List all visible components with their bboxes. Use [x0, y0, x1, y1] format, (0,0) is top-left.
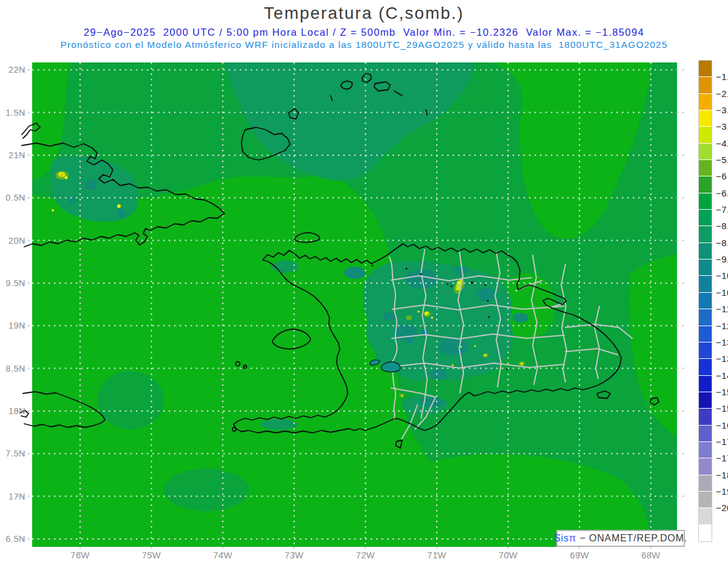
colorbar-tick-label: −6 — [716, 171, 727, 181]
colorbar-segment — [699, 259, 712, 275]
lat-tick-label: 8.5N — [0, 364, 25, 373]
colorbar-segment — [699, 309, 712, 325]
colorbar-segment — [699, 110, 712, 126]
colorbar-segment — [699, 326, 712, 342]
colorbar — [698, 60, 712, 542]
colorbar-tick-label: −15.1 — [716, 386, 728, 396]
lat-tick-label: 22N — [0, 65, 25, 75]
colorbar-segment — [699, 475, 712, 491]
colorbar-tick-label: −6.7 — [716, 187, 728, 198]
colorbar-tick-label: −13.7 — [716, 353, 728, 364]
colorbar-tick-label: −20 — [716, 503, 728, 513]
lat-tick-label: 9.5N — [0, 278, 25, 288]
colorbar-tick-label: −4.6 — [716, 138, 728, 148]
brand-org-label: ONAMET/REP.DOM. — [589, 533, 687, 544]
colorbar-segment — [699, 193, 712, 209]
colorbar-tick-label: −17.2 — [716, 436, 728, 446]
colorbar-segment — [699, 376, 712, 392]
lat-tick-label: 6.5N — [0, 534, 25, 544]
lat-tick-label: 21N — [0, 150, 25, 160]
lon-tick-label: 68W — [633, 550, 669, 560]
temperature-shading — [32, 62, 677, 547]
pi-icon: π — [569, 532, 577, 544]
lat-tick-label: 1.5N — [0, 108, 25, 118]
colorbar-tick-label: −14.4 — [716, 370, 728, 380]
colorbar-segment — [699, 94, 712, 110]
lat-tick-label: 17N — [0, 492, 25, 501]
colorbar-tick-label: −3.2 — [716, 105, 728, 115]
colorbar-tick-label: −19.3 — [716, 486, 728, 496]
colorbar-tick-label: −18.6 — [716, 469, 728, 480]
lon-tick-label: 72W — [347, 550, 383, 560]
lon-tick-label: 73W — [276, 550, 312, 560]
colorbar-tick-label: −10.9 — [716, 287, 728, 297]
colorbar-tick-label: −16.5 — [716, 420, 728, 430]
colorbar-segment — [699, 144, 712, 159]
colorbar-segment — [699, 127, 712, 142]
colorbar-segment — [699, 210, 712, 226]
colorbar-tick-label: −11.6 — [716, 304, 728, 314]
lon-tick-label: 76W — [62, 550, 98, 560]
colorbar-tick-label: −10.2 — [716, 270, 728, 281]
colorbar-tick-label: −15.8 — [716, 403, 728, 413]
lon-tick-label: 70W — [490, 550, 527, 560]
colorbar-segment — [699, 176, 712, 192]
colorbar-tick-label: −8.1 — [716, 221, 728, 231]
brand-separator: − — [576, 533, 589, 544]
colorbar-tick-label: −1.8 — [716, 72, 728, 82]
colorbar-tick-label: −12.3 — [716, 320, 728, 330]
colorbar-segment — [699, 442, 712, 458]
lon-tick-label: 69W — [561, 550, 598, 560]
lon-tick-label: 75W — [133, 550, 170, 560]
colorbar-tick-label: −5.3 — [716, 155, 728, 165]
colorbar-segment — [699, 61, 712, 76]
lat-tick-label: 7.5N — [0, 449, 25, 458]
weather-map-figure: Temperatura (C,somb.) 29−Ago−2025 2000 U… — [0, 0, 728, 562]
colorbar-segment — [699, 409, 712, 424]
lat-tick-label: 0.5N — [0, 193, 25, 202]
colorbar-tick-label: −2.5 — [716, 88, 728, 98]
brand-sis-label: Sis — [554, 533, 569, 544]
colorbar-segment — [699, 458, 712, 474]
lon-tick-label: 74W — [204, 550, 241, 560]
colorbar-segment — [699, 77, 712, 93]
colorbar-tick-label: −13 — [716, 336, 728, 347]
lat-tick-label: 19N — [0, 321, 25, 330]
colorbar-segment — [699, 508, 712, 524]
colorbar-segment — [699, 426, 712, 441]
colorbar-segment — [699, 359, 712, 375]
map-plot — [0, 0, 728, 562]
colorbar-tick-label: −3.9 — [716, 121, 728, 132]
colorbar-segment — [699, 243, 712, 259]
lat-tick-label: 20N — [0, 236, 25, 246]
colorbar-segment — [699, 492, 712, 507]
colorbar-segment — [699, 525, 712, 541]
colorbar-tick-label: −8.8 — [716, 237, 728, 247]
colorbar-segment — [699, 392, 712, 408]
branding-box: Sisπ − ONAMET/REP.DOM. — [556, 530, 685, 547]
lon-tick-label: 71W — [419, 550, 455, 560]
colorbar-segment — [699, 160, 712, 176]
colorbar-tick-label: −9.5 — [716, 254, 728, 264]
colorbar-segment — [699, 343, 712, 358]
colorbar-tick-label: −17.9 — [716, 453, 728, 463]
colorbar-segment — [699, 276, 712, 292]
colorbar-segment — [699, 293, 712, 309]
lat-tick-label: 18N — [0, 406, 25, 416]
colorbar-tick-label: −7.4 — [716, 204, 728, 215]
colorbar-segment — [699, 226, 712, 242]
